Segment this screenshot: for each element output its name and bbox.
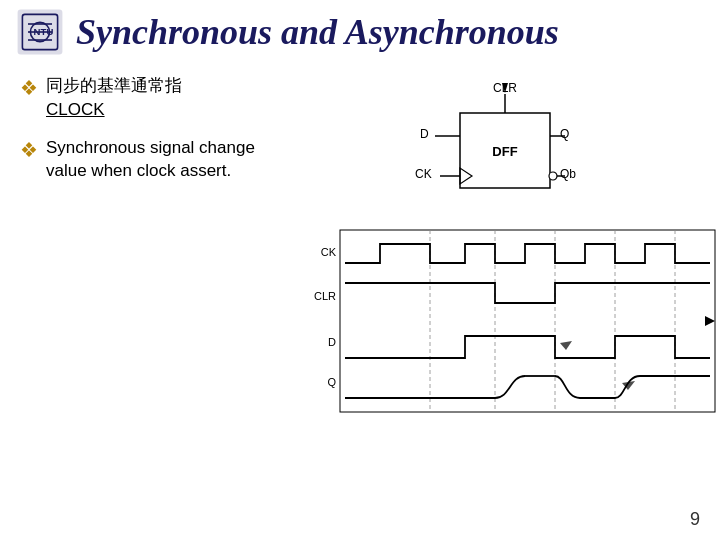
svg-rect-22 (340, 230, 715, 412)
svg-text:CK: CK (321, 246, 337, 258)
dff-svg: CLR DFF D Q CK Qb (390, 78, 630, 218)
svg-point-20 (549, 172, 557, 180)
waveform-diagram: CK CLR D Q (300, 228, 720, 422)
dff-schematic: CLR DFF D Q CK Qb (300, 78, 720, 218)
bullet-icon-2: ❖ (20, 138, 38, 162)
svg-text:D: D (420, 127, 429, 141)
page-title: Synchronous and Asynchronous (76, 11, 559, 53)
logo-icon: NTU (16, 8, 64, 56)
svg-text:NTU: NTU (34, 26, 54, 37)
text-column: ❖ 同步的基準通常指 CLOCK ❖ Synchronous signal ch… (20, 74, 280, 422)
list-item: ❖ 同步的基準通常指 CLOCK (20, 74, 280, 122)
bullet-text-1: 同步的基準通常指 CLOCK (46, 74, 182, 122)
svg-text:DFF: DFF (492, 144, 517, 159)
bullet-text-2: Synchronous signal change value when clo… (46, 136, 280, 184)
bullet-icon-1: ❖ (20, 76, 38, 100)
page-number: 9 (690, 509, 700, 530)
svg-text:CLR: CLR (314, 290, 336, 302)
header: NTU Synchronous and Asynchronous (0, 0, 720, 64)
svg-text:Q: Q (560, 127, 569, 141)
svg-text:CK: CK (415, 167, 432, 181)
main-content: ❖ 同步的基準通常指 CLOCK ❖ Synchronous signal ch… (0, 64, 720, 432)
diagram-column: CLR DFF D Q CK Qb (300, 74, 720, 422)
clock-label: CLOCK (46, 100, 105, 119)
list-item: ❖ Synchronous signal change value when c… (20, 136, 280, 184)
waveform-svg: CK CLR D Q (300, 228, 720, 418)
svg-text:Q: Q (327, 376, 336, 388)
svg-text:Qb: Qb (560, 167, 576, 181)
svg-text:D: D (328, 336, 336, 348)
